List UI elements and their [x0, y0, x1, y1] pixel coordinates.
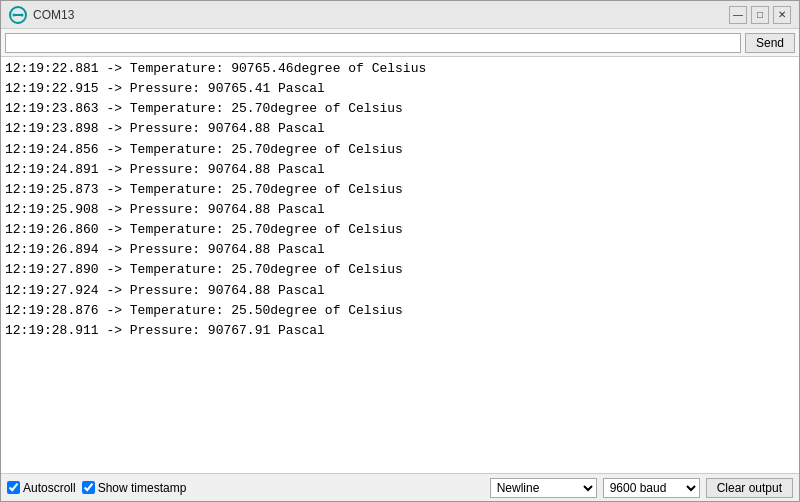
- console-line: 12:19:25.873 -> Temperature: 25.70degree…: [5, 180, 795, 200]
- message-input[interactable]: [5, 33, 741, 53]
- console-line: 12:19:28.876 -> Temperature: 25.50degree…: [5, 301, 795, 321]
- timestamp-checkbox[interactable]: [82, 481, 95, 494]
- console-line: 12:19:24.856 -> Temperature: 25.70degree…: [5, 140, 795, 160]
- newline-select[interactable]: NewlineNo line endingCarriage returnBoth…: [490, 478, 597, 498]
- maximize-button[interactable]: □: [751, 6, 769, 24]
- console-line: 12:19:27.924 -> Pressure: 90764.88 Pasca…: [5, 281, 795, 301]
- toolbar: Send: [1, 29, 799, 57]
- send-button[interactable]: Send: [745, 33, 795, 53]
- close-button[interactable]: ✕: [773, 6, 791, 24]
- timestamp-label[interactable]: Show timestamp: [82, 481, 187, 495]
- title-bar: COM13 — □ ✕: [1, 1, 799, 29]
- console-line: 12:19:26.860 -> Temperature: 25.70degree…: [5, 220, 795, 240]
- window-controls: — □ ✕: [729, 6, 791, 24]
- console-line: 12:19:27.890 -> Temperature: 25.70degree…: [5, 260, 795, 280]
- autoscroll-label[interactable]: Autoscroll: [7, 481, 76, 495]
- console-line: 12:19:26.894 -> Pressure: 90764.88 Pasca…: [5, 240, 795, 260]
- autoscroll-checkbox[interactable]: [7, 481, 20, 494]
- window-title: COM13: [33, 8, 729, 22]
- console-line: 12:19:23.863 -> Temperature: 25.70degree…: [5, 99, 795, 119]
- console-line: 12:19:24.891 -> Pressure: 90764.88 Pasca…: [5, 160, 795, 180]
- baud-select[interactable]: 300 baud1200 baud2400 baud4800 baud9600 …: [603, 478, 700, 498]
- console-output: 12:19:22.881 -> Temperature: 90765.46deg…: [1, 57, 799, 473]
- console-line: 12:19:23.898 -> Pressure: 90764.88 Pasca…: [5, 119, 795, 139]
- clear-output-button[interactable]: Clear output: [706, 478, 793, 498]
- app-window: COM13 — □ ✕ Send 12:19:22.881 -> Tempera…: [0, 0, 800, 502]
- console-line: 12:19:22.915 -> Pressure: 90765.41 Pasca…: [5, 79, 795, 99]
- status-bar: Autoscroll Show timestamp NewlineNo line…: [1, 473, 799, 501]
- console-line: 12:19:22.881 -> Temperature: 90765.46deg…: [5, 59, 795, 79]
- svg-point-2: [13, 13, 16, 16]
- console-line: 12:19:25.908 -> Pressure: 90764.88 Pasca…: [5, 200, 795, 220]
- svg-point-3: [21, 13, 24, 16]
- minimize-button[interactable]: —: [729, 6, 747, 24]
- console-line: 12:19:28.911 -> Pressure: 90767.91 Pasca…: [5, 321, 795, 341]
- app-logo: [9, 6, 27, 24]
